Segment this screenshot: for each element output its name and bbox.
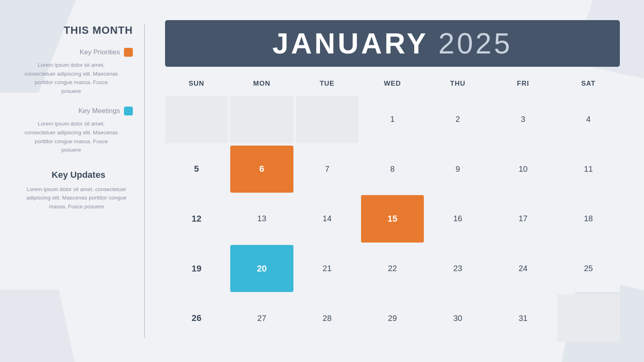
day-header-sun: SUN <box>165 74 228 93</box>
day-header-tue: TUE <box>296 74 359 93</box>
calendar-cell-12: 12 <box>165 195 228 243</box>
key-meetings-text: Lorem ipsum dolor sit amet, consectetuer… <box>24 119 133 154</box>
key-meetings-label: Key Meetings <box>78 107 120 115</box>
key-priorities-dot <box>124 48 133 57</box>
calendar-title: JANUARY 2025 <box>181 29 604 58</box>
calendar-cell-28: 28 <box>296 294 359 342</box>
key-priorities-label: Key Priorities <box>80 48 120 56</box>
calendar-cell-7: 7 <box>296 146 359 193</box>
calendar-weeks: 1234567891011121314151617181920212223242… <box>165 96 620 342</box>
calendar-cell-26: 26 <box>165 294 228 342</box>
key-priorities-text: Lorem ipsum dolor sit amet, consectetuer… <box>24 61 133 95</box>
calendar-cell-4: 4 <box>557 96 620 143</box>
key-meetings-header: Key Meetings <box>24 107 133 115</box>
calendar-cell-21: 21 <box>296 245 359 292</box>
calendar-week-5: 262728293031 <box>165 294 620 342</box>
calendar-cell-31: 31 <box>491 294 554 342</box>
day-header-mon: MON <box>230 74 293 93</box>
calendar-cell-15: 15 <box>361 195 424 243</box>
calendar-cell-16: 16 <box>426 195 489 243</box>
calendar-cell-14: 14 <box>296 195 359 243</box>
calendar-cell-empty <box>165 96 228 143</box>
calendar-cell-24: 24 <box>491 245 554 292</box>
calendar-week-2: 567891011 <box>165 146 620 193</box>
key-meetings-section: Key Meetings Lorem ipsum dolor sit amet,… <box>24 107 133 154</box>
calendar-week-1: 1234 <box>165 96 620 143</box>
key-priorities-header: Key Priorities <box>24 48 133 57</box>
calendar-cell-empty <box>557 294 620 342</box>
day-header-wed: WED <box>361 74 424 93</box>
sidebar: THIS MONTH Key Priorities Lorem ipsum do… <box>0 0 145 362</box>
calendar-cell-empty <box>230 96 293 143</box>
calendar-cell-17: 17 <box>491 195 554 243</box>
calendar-cell-1: 1 <box>361 96 424 143</box>
calendar-header: JANUARY 2025 <box>165 20 620 67</box>
calendar-cell-22: 22 <box>361 245 424 292</box>
calendar-week-3: 12131415161718 <box>165 195 620 243</box>
calendar-area: JANUARY 2025 SUNMONTUEWEDTHUFRISAT 12345… <box>145 0 644 362</box>
calendar-year: 2025 <box>438 27 512 60</box>
calendar-cell-30: 30 <box>426 294 489 342</box>
calendar-cell-19: 19 <box>165 245 228 292</box>
calendar-cell-18: 18 <box>557 195 620 243</box>
calendar-cell-3: 3 <box>491 96 554 143</box>
key-updates-section: Key Updates Lorem ipsum dolor sit amet, … <box>24 170 133 211</box>
day-header-thu: THU <box>426 74 489 93</box>
calendar-cell-23: 23 <box>426 245 489 292</box>
calendar-cell-13: 13 <box>230 195 293 243</box>
calendar-days-header: SUNMONTUEWEDTHUFRISAT <box>165 74 620 93</box>
calendar-cell-25: 25 <box>557 245 620 292</box>
calendar-cell-27: 27 <box>230 294 293 342</box>
calendar-grid: SUNMONTUEWEDTHUFRISAT 123456789101112131… <box>165 74 620 342</box>
key-updates-title: Key Updates <box>24 170 133 180</box>
this-month-title: THIS MONTH <box>24 24 133 37</box>
calendar-cell-11: 11 <box>557 146 620 193</box>
calendar-cell-5: 5 <box>165 146 228 193</box>
main-container: THIS MONTH Key Priorities Lorem ipsum do… <box>0 0 644 362</box>
sidebar-divider <box>144 24 145 338</box>
calendar-week-4: 19202122232425 <box>165 245 620 292</box>
calendar-cell-6: 6 <box>230 146 293 193</box>
calendar-cell-2: 2 <box>426 96 489 143</box>
calendar-cell-9: 9 <box>426 146 489 193</box>
day-header-fri: FRI <box>491 74 554 93</box>
key-priorities-section: Key Priorities Lorem ipsum dolor sit ame… <box>24 48 133 95</box>
calendar-cell-empty <box>296 96 359 143</box>
calendar-cell-10: 10 <box>491 146 554 193</box>
day-header-sat: SAT <box>557 74 620 93</box>
key-meetings-dot <box>124 107 133 115</box>
calendar-month: JANUARY <box>272 27 428 60</box>
calendar-cell-29: 29 <box>361 294 424 342</box>
key-updates-text: Lorem ipsum dolor sit amet, consectetuer… <box>24 185 133 211</box>
calendar-cell-20: 20 <box>230 245 293 292</box>
calendar-cell-8: 8 <box>361 146 424 193</box>
